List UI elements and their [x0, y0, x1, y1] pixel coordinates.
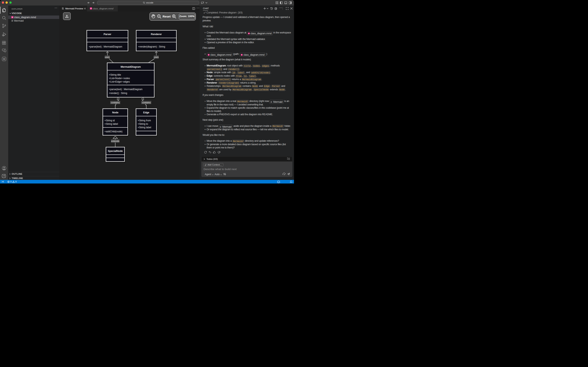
- svg-text:Renderer: Renderer: [151, 33, 162, 36]
- svg-text:M: M: [12, 17, 13, 18]
- svg-text:Edge: Edge: [143, 111, 149, 114]
- svg-text:+String from: +String from: [138, 119, 151, 122]
- svg-text:M: M: [3, 58, 5, 60]
- svg-text:contains: contains: [142, 101, 151, 104]
- svg-text:+addChild(node): +addChild(node): [104, 130, 122, 133]
- svg-text:+parse(text) : MermaidDiagram: +parse(text) : MermaidDiagram: [89, 45, 122, 48]
- svg-text:M: M: [249, 33, 250, 34]
- svg-text:M: M: [90, 8, 92, 9]
- svg-text:MermaidDiagram: MermaidDiagram: [121, 66, 141, 68]
- svg-text:+String id: +String id: [104, 119, 115, 122]
- svg-text:Node: Node: [112, 111, 118, 114]
- svg-text:+String to: +String to: [138, 123, 148, 125]
- svg-text:uses: uses: [154, 56, 159, 58]
- svg-text:SpecialNode: SpecialNode: [108, 150, 123, 152]
- svg-text:+String title: +String title: [109, 73, 121, 76]
- svg-text:M: M: [208, 54, 209, 55]
- svg-text:Parser: Parser: [104, 33, 111, 36]
- svg-text:+parse(text) : MermaidDiagram: +parse(text) : MermaidDiagram: [109, 88, 143, 91]
- svg-text:+List<Node> nodes: +List<Node> nodes: [109, 77, 130, 80]
- svg-text:contains: contains: [111, 101, 120, 104]
- svg-text:+String label: +String label: [138, 126, 151, 129]
- svg-text:uses: uses: [105, 56, 110, 58]
- svg-text:+String label: +String label: [104, 123, 118, 125]
- svg-text:+List<Edge> edges: +List<Edge> edges: [109, 80, 130, 83]
- svg-text:+render(diagram) : String: +render(diagram) : String: [138, 45, 165, 48]
- svg-text:+render() : String: +render() : String: [109, 92, 127, 95]
- svg-text:extends: extends: [111, 140, 120, 142]
- svg-text:M: M: [241, 54, 242, 55]
